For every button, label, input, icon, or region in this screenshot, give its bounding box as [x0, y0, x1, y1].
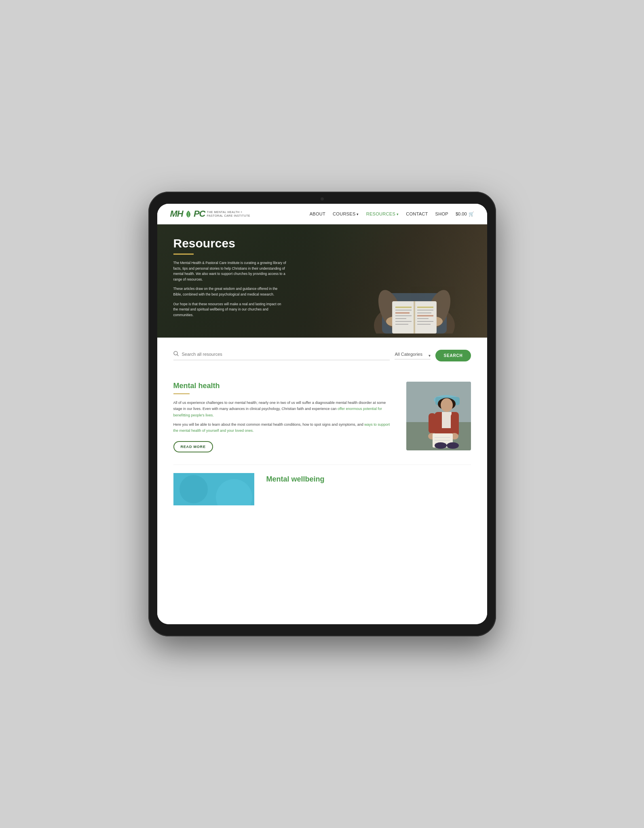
resource-divider-mental-health [173, 393, 190, 394]
resource-text-mental-health: Mental health All of us experience chall… [173, 382, 394, 452]
tablet-frame: MH PC THE MENTAL HEALTH + PASTORAL CARE … [148, 192, 496, 636]
logo-area: MH PC THE MENTAL HEALTH + PASTORAL CARE … [170, 209, 250, 219]
svg-rect-41 [429, 413, 436, 433]
content-section: Mental health All of us experience chall… [157, 374, 487, 624]
cart-amount: $0.00 [456, 211, 467, 216]
svg-rect-40 [442, 412, 452, 428]
resource-body-1: All of us experience challenges to our m… [173, 400, 394, 418]
svg-point-49 [435, 442, 447, 449]
search-button[interactable]: SEARCH [435, 350, 471, 361]
svg-point-52 [179, 475, 208, 503]
search-input-wrapper [173, 351, 390, 360]
navbar: MH PC THE MENTAL HEALTH + PASTORAL CARE … [157, 204, 487, 224]
hero-section: Resources The Mental Health & Pastoral C… [157, 224, 487, 338]
search-bar: All Categories ▾ SEARCH [173, 350, 471, 361]
hero-divider [173, 253, 194, 255]
svg-rect-18 [395, 306, 412, 308]
nav-courses[interactable]: COURSES [333, 211, 359, 216]
nav-links: ABOUT COURSES RESOURCES CONTACT SHOP $0.… [310, 211, 474, 217]
nav-contact[interactable]: CONTACT [406, 211, 428, 216]
svg-point-38 [441, 398, 453, 412]
cart-icon: 🛒 [469, 211, 474, 217]
svg-line-31 [177, 355, 178, 356]
search-icon [173, 351, 179, 357]
svg-rect-42 [451, 413, 458, 433]
hero-paragraph-1: The Mental Health & Pastoral Care Instit… [173, 260, 287, 282]
wellbeing-image [173, 473, 254, 505]
resource-body-2: Here you will be able to learn about the… [173, 422, 394, 434]
wellbeing-title: Mental wellbeing [266, 475, 325, 484]
category-select[interactable]: All Categories [395, 352, 431, 359]
category-dropdown-wrapper: All Categories ▾ [395, 352, 431, 359]
camera-dot [321, 197, 324, 201]
logo-leaf-icon [186, 211, 191, 218]
search-section: All Categories ▾ SEARCH [157, 338, 487, 374]
hero-book-illustration [358, 228, 471, 334]
hero-content: Resources The Mental Health & Pastoral C… [173, 237, 287, 322]
svg-rect-19 [395, 312, 410, 314]
hero-title: Resources [173, 237, 287, 250]
resource-title-mental-health: Mental health [173, 382, 394, 390]
wellbeing-text: Mental wellbeing [254, 473, 325, 505]
logo-subtitle-line1: THE MENTAL HEALTH + [207, 210, 250, 214]
tablet-screen: MH PC THE MENTAL HEALTH + PASTORAL CARE … [157, 204, 487, 624]
wellbeing-teaser: Mental wellbeing [173, 465, 471, 505]
svg-point-50 [447, 442, 459, 449]
hero-paragraph-2: These articles draw on the great wisdom … [173, 286, 287, 297]
read-more-button[interactable]: READ MORE [173, 441, 213, 452]
svg-rect-10 [414, 301, 415, 334]
hero-paragraph-3: Our hope is that these resources will ma… [173, 302, 287, 318]
logo-subtitle-line2: PASTORAL CARE INSTITUTE [207, 214, 250, 218]
cart-button[interactable]: $0.00 🛒 [456, 211, 474, 217]
nav-resources[interactable]: RESOURCES [366, 211, 399, 216]
resource-image-mental-health [406, 382, 471, 450]
resource-mental-health: Mental health All of us experience chall… [173, 382, 471, 452]
svg-rect-28 [417, 306, 433, 308]
search-input[interactable] [182, 352, 390, 357]
nav-shop[interactable]: SHOP [435, 211, 448, 216]
nav-about[interactable]: ABOUT [310, 211, 325, 216]
logo-text: MH PC [170, 209, 205, 219]
svg-rect-29 [417, 315, 433, 317]
